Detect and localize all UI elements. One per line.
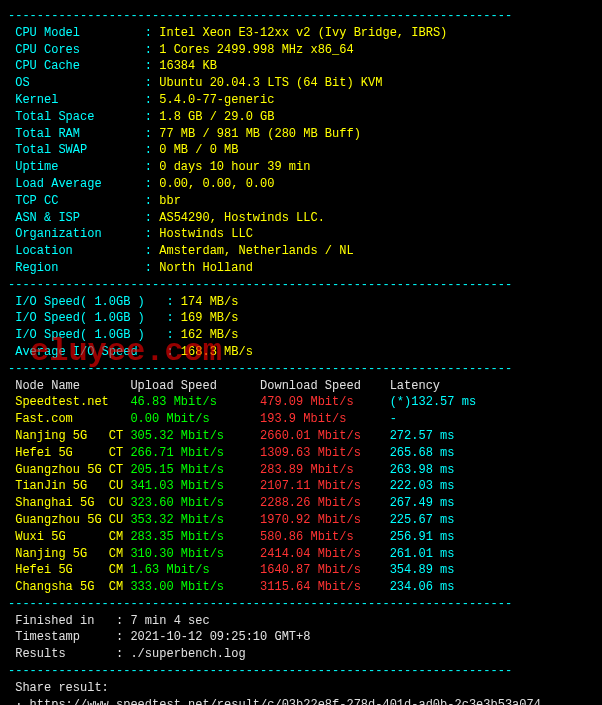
- speedtest-row: Guangzhou 5G CU 353.32 Mbit/s 1970.92 Mb…: [8, 512, 594, 529]
- sys-row: Total RAM : 77 MB / 981 MB (280 MB Buff): [8, 126, 594, 143]
- footer-row: Timestamp : 2021-10-12 09:25:10 GMT+8: [8, 629, 594, 646]
- speedtest-row: Speedtest.net 46.83 Mbit/s 479.09 Mbit/s…: [8, 394, 594, 411]
- share-block: Share result: · https://www.speedtest.ne…: [8, 680, 594, 705]
- sys-row: Load Average : 0.00, 0.00, 0.00: [8, 176, 594, 193]
- sys-row: Kernel : 5.4.0-77-generic: [8, 92, 594, 109]
- io-row: I/O Speed( 1.0GB ) : 174 MB/s: [8, 294, 594, 311]
- share-link[interactable]: · https://www.speedtest.net/result/c/03b…: [8, 697, 594, 705]
- speedtest-row: Changsha 5G CM 333.00 Mbit/s 3115.64 Mbi…: [8, 579, 594, 596]
- io-row: I/O Speed( 1.0GB ) : 162 MB/s: [8, 327, 594, 344]
- speedtest-row: Fast.com 0.00 Mbit/s 193.9 Mbit/s -: [8, 411, 594, 428]
- sys-row: CPU Model : Intel Xeon E3-12xx v2 (Ivy B…: [8, 25, 594, 42]
- sys-row: Region : North Holland: [8, 260, 594, 277]
- speedtest-header: Node Name Upload Speed Download Speed La…: [8, 378, 594, 395]
- share-heading: Share result:: [8, 680, 594, 697]
- speedtest-row: Nanjing 5G CT 305.32 Mbit/s 2660.01 Mbit…: [8, 428, 594, 445]
- sys-row: Organization : Hostwinds LLC: [8, 226, 594, 243]
- divider: ----------------------------------------…: [8, 361, 594, 378]
- sys-row: ASN & ISP : AS54290, Hostwinds LLC.: [8, 210, 594, 227]
- sys-row: Location : Amsterdam, Netherlands / NL: [8, 243, 594, 260]
- speedtest-row: TianJin 5G CU 341.03 Mbit/s 2107.11 Mbit…: [8, 478, 594, 495]
- speedtest-block: Speedtest.net 46.83 Mbit/s 479.09 Mbit/s…: [8, 394, 594, 596]
- speedtest-row: Nanjing 5G CM 310.30 Mbit/s 2414.04 Mbit…: [8, 546, 594, 563]
- speedtest-row: Hefei 5G CT 266.71 Mbit/s 1309.63 Mbit/s…: [8, 445, 594, 462]
- system-info-block: CPU Model : Intel Xeon E3-12xx v2 (Ivy B…: [8, 25, 594, 277]
- divider: ----------------------------------------…: [8, 596, 594, 613]
- io-speed-block: I/O Speed( 1.0GB ) : 174 MB/s I/O Speed(…: [8, 294, 594, 361]
- speedtest-row: Shanghai 5G CU 323.60 Mbit/s 2288.26 Mbi…: [8, 495, 594, 512]
- speedtest-row: Guangzhou 5G CT 205.15 Mbit/s 283.89 Mbi…: [8, 462, 594, 479]
- sys-row: Total Space : 1.8 GB / 29.0 GB: [8, 109, 594, 126]
- divider: ----------------------------------------…: [8, 663, 594, 680]
- speedtest-row: Wuxi 5G CM 283.35 Mbit/s 580.86 Mbit/s 2…: [8, 529, 594, 546]
- sys-row: CPU Cores : 1 Cores 2499.998 MHz x86_64: [8, 42, 594, 59]
- sys-row: CPU Cache : 16384 KB: [8, 58, 594, 75]
- divider: ----------------------------------------…: [8, 8, 594, 25]
- sys-row: Uptime : 0 days 10 hour 39 min: [8, 159, 594, 176]
- footer-row: Finished in : 7 min 4 sec: [8, 613, 594, 630]
- io-row: I/O Speed( 1.0GB ) : 169 MB/s: [8, 310, 594, 327]
- sys-row: Total SWAP : 0 MB / 0 MB: [8, 142, 594, 159]
- speedtest-row: Hefei 5G CM 1.63 Mbit/s 1640.87 Mbit/s 3…: [8, 562, 594, 579]
- sys-row: TCP CC : bbr: [8, 193, 594, 210]
- divider: ----------------------------------------…: [8, 277, 594, 294]
- footer-row: Results : ./superbench.log: [8, 646, 594, 663]
- sys-row: OS : Ubuntu 20.04.3 LTS (64 Bit) KVM: [8, 75, 594, 92]
- footer-block: Finished in : 7 min 4 sec Timestamp : 20…: [8, 613, 594, 663]
- io-row: Average I/O Speed : 168.3 MB/s: [8, 344, 594, 361]
